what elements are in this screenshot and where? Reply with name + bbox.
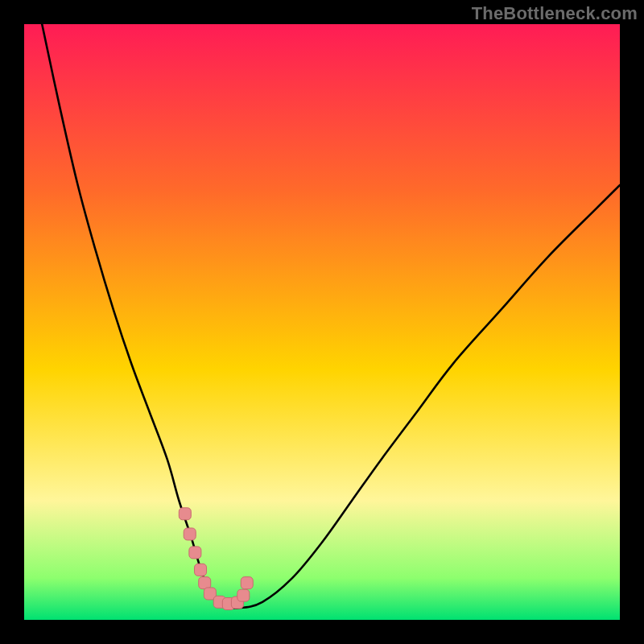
marker-dot bbox=[237, 589, 250, 601]
marker-dot bbox=[179, 508, 191, 520]
watermark-text: TheBottleneck.com bbox=[472, 3, 638, 24]
marker-dot bbox=[189, 547, 201, 559]
chart-frame: TheBottleneck.com bbox=[0, 0, 644, 644]
gradient-background bbox=[24, 24, 620, 620]
marker-dot bbox=[195, 564, 207, 576]
marker-dot bbox=[199, 577, 211, 589]
plot-area bbox=[24, 24, 620, 620]
marker-dot bbox=[184, 528, 196, 540]
marker-dot bbox=[241, 577, 253, 589]
chart-svg bbox=[24, 24, 620, 620]
